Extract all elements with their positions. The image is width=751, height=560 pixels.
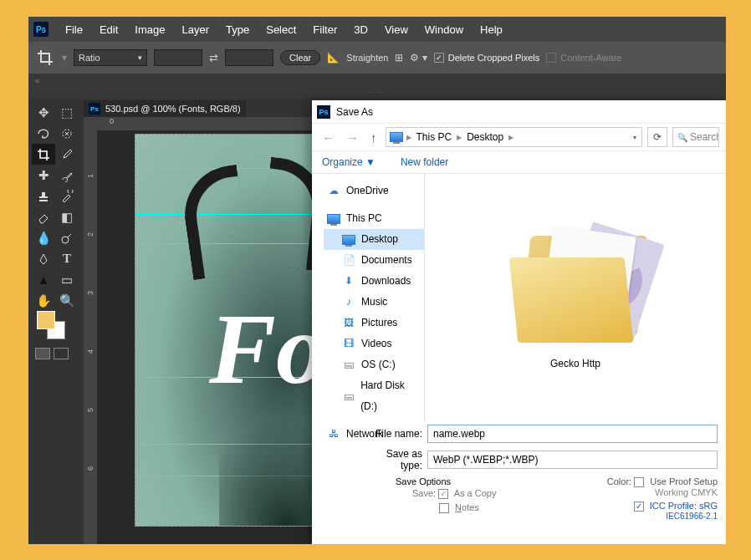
quickmask-toggle[interactable] (35, 348, 69, 359)
drive-icon: 🖴 (342, 359, 355, 372)
menu-type[interactable]: Type (217, 23, 258, 36)
nav-tree: ☁OneDrive This PC Desktop 📄Documents ⬇Do… (312, 174, 425, 421)
tree-desktop[interactable]: Desktop (324, 229, 424, 250)
tools-panel: ✥ ⬚ ✚ ◧ 💧 T ▲ ▭ ✋ 🔍 ⋯ (32, 102, 79, 332)
delete-cropped-checkbox[interactable]: ✓ (434, 53, 444, 63)
nav-up-icon[interactable]: ↑ (367, 130, 381, 145)
blur-tool-icon[interactable]: 💧 (32, 227, 55, 248)
folder-item-label: Gecko Http (550, 358, 600, 369)
menu-edit[interactable]: Edit (91, 23, 126, 36)
tree-videos[interactable]: 🎞Videos (324, 333, 424, 354)
menu-help[interactable]: Help (472, 23, 511, 36)
menu-window[interactable]: Window (416, 23, 472, 36)
organize-menu[interactable]: Organize ▼ (322, 156, 376, 168)
tree-thispc[interactable]: This PC (324, 208, 424, 229)
icc-profile-link[interactable]: ICC Profile: sRG (650, 501, 718, 511)
swap-dimensions-icon[interactable]: ⇄ (209, 52, 218, 64)
menu-file[interactable]: File (57, 23, 91, 36)
search-input[interactable]: 🔍 Search (672, 127, 719, 147)
history-brush-tool-icon[interactable] (55, 186, 79, 206)
options-bar: ▾ Ratio ▾ ⇄ Clear 📐 Straighten ⊞ ⚙ ▾ ✓ D… (28, 42, 726, 74)
ratio-select[interactable]: Ratio ▾ (74, 49, 147, 66)
panel-collapse-bar[interactable]: « (28, 74, 726, 87)
tree-downloads[interactable]: ⬇Downloads (324, 271, 424, 292)
document-title: 530.psd @ 100% (Fonts, RGB/8) (105, 104, 241, 114)
savetype-select[interactable]: WebP (*.WEBP;*.WBP) (427, 451, 718, 469)
chevron-right-icon: ▶ (455, 134, 463, 141)
tree-onedrive[interactable]: ☁OneDrive (324, 181, 424, 201)
zoom-tool-icon[interactable]: 🔍 (55, 290, 79, 311)
crop-tool-icon[interactable] (32, 144, 55, 165)
path-select-tool-icon[interactable]: ▲ (32, 269, 55, 290)
videos-icon: 🎞 (342, 338, 355, 351)
stamp-tool-icon[interactable] (32, 186, 55, 206)
tree-pictures[interactable]: 🖼Pictures (324, 313, 424, 333)
menu-layer[interactable]: Layer (174, 23, 218, 36)
monitor-icon (327, 212, 340, 226)
crop-tool-icon[interactable] (35, 48, 55, 68)
working-cmyk-label: Working CMYK (607, 487, 718, 497)
foreground-color-swatch[interactable] (37, 311, 55, 329)
move-tool-icon[interactable]: ✥ (32, 102, 55, 123)
crop-width-input[interactable] (154, 49, 202, 66)
breadcrumb[interactable]: ▶ This PC ▶ Desktop ▶ ▾ (386, 127, 643, 147)
nav-forward-icon: → (343, 130, 362, 145)
as-copy-checkbox: ✓ (438, 489, 448, 499)
iec-label: IEC61966-2.1 (607, 512, 718, 521)
save-options-heading: Save Options (396, 476, 496, 486)
tree-hdd-d[interactable]: 🖴Hard Disk (D:) (324, 375, 424, 417)
tree-os-c[interactable]: 🖴OS (C:) (324, 354, 424, 375)
tree-music[interactable]: ♪Music (324, 292, 424, 313)
eyedropper-tool-icon[interactable] (55, 144, 79, 165)
icc-checkbox[interactable]: ✓ (634, 501, 644, 512)
eraser-tool-icon[interactable] (32, 206, 55, 227)
menu-view[interactable]: View (376, 23, 416, 36)
crumb-desktop[interactable]: Desktop (465, 131, 505, 143)
menu-select[interactable]: Select (258, 23, 304, 36)
shape-tool-icon[interactable]: ▭ (55, 269, 79, 290)
use-proof-checkbox (634, 477, 644, 487)
document-tab[interactable]: Ps 530.psd @ 100% (Fonts, RGB/8) (84, 100, 246, 117)
tree-documents[interactable]: 📄Documents (324, 250, 424, 271)
marquee-tool-icon[interactable]: ⬚ (55, 102, 79, 123)
straighten-icon[interactable]: 📐 (327, 52, 340, 64)
menu-filter[interactable]: Filter (304, 23, 345, 36)
ps-doc-icon: Ps (89, 103, 100, 115)
pictures-icon: 🖼 (342, 317, 355, 330)
as-copy-label: As a Copy (454, 488, 497, 498)
dodge-tool-icon[interactable] (55, 227, 79, 248)
grid-overlay-icon[interactable]: ⊞ (395, 52, 403, 64)
canvas-text: Fo (209, 292, 326, 407)
clear-button[interactable]: Clear (280, 50, 320, 65)
pen-tool-icon[interactable] (32, 248, 55, 269)
crumb-thispc[interactable]: This PC (415, 131, 454, 143)
type-tool-icon[interactable]: T (55, 248, 79, 269)
hand-tool-icon[interactable]: ✋ (32, 290, 55, 311)
dialog-titlebar[interactable]: Ps Save As (312, 100, 726, 124)
healing-tool-icon[interactable]: ✚ (32, 165, 55, 186)
crop-height-input[interactable] (225, 49, 273, 66)
lasso-tool-icon[interactable] (32, 123, 55, 144)
search-placeholder: Search (690, 131, 719, 143)
nav-back-icon[interactable]: ← (319, 130, 338, 145)
menu-image[interactable]: Image (126, 23, 173, 36)
crumb-dropdown-icon[interactable]: ▾ (631, 134, 638, 141)
dialog-title: Save As (336, 106, 373, 118)
brush-tool-icon[interactable] (55, 165, 79, 186)
folder-view[interactable]: Gecko Http (425, 174, 726, 421)
folder-item-gecko[interactable] (500, 226, 651, 351)
drive-icon: 🖴 (342, 389, 355, 403)
menu-3d[interactable]: 3D (345, 23, 376, 36)
quick-select-tool-icon[interactable] (55, 123, 79, 144)
dialog-toolbar: Organize ▼ New folder (312, 150, 726, 174)
chevron-down-icon: ▾ (138, 53, 142, 62)
crop-settings-icon[interactable]: ⚙ ▾ (410, 52, 427, 64)
ps-logo-icon: Ps (33, 22, 49, 37)
tools-panel-grip[interactable]: …… (28, 87, 726, 99)
filename-input[interactable]: name.webp (427, 425, 718, 443)
search-icon: 🔍 (677, 133, 687, 142)
refresh-icon[interactable]: ⟳ (647, 127, 667, 147)
new-folder-button[interactable]: New folder (401, 156, 448, 168)
network-icon: 🖧 (327, 428, 340, 441)
gradient-tool-icon[interactable]: ◧ (55, 206, 79, 227)
